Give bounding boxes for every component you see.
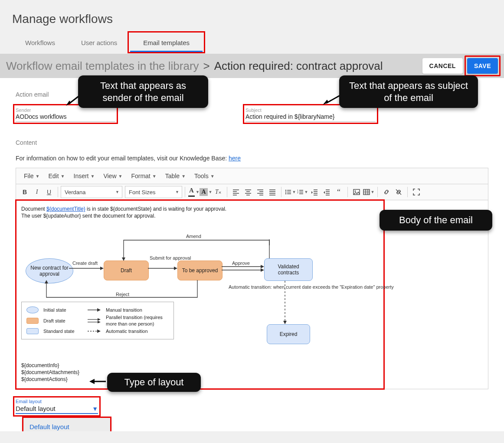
blockquote-button[interactable]: “ — [333, 186, 345, 198]
editor-menubar: File▼ Edit▼ Insert▼ View▼ Format▼ Table▼… — [16, 168, 488, 184]
legend-blue-rect-icon — [26, 328, 39, 334]
diagram-connector-icon — [122, 239, 269, 261]
sender-field[interactable]: Sender — [16, 107, 115, 122]
menu-file[interactable]: File▼ — [20, 171, 44, 181]
legend-solid-arrow-icon — [87, 308, 101, 312]
subject-input[interactable] — [245, 113, 376, 121]
chevron-down-icon: ▼ — [371, 190, 375, 194]
insert-link-button[interactable] — [380, 186, 393, 198]
diagram-legend: Initial state Manual transition Draft st… — [21, 302, 174, 339]
editor-body[interactable]: Body of the email Document ${documentTit… — [16, 200, 488, 389]
clear-formatting-button[interactable]: T× — [212, 186, 224, 198]
numbered-list-button[interactable]: 12▼ — [296, 186, 308, 198]
text-color-button[interactable]: A▼ — [188, 186, 200, 198]
chevron-down-icon: ▼ — [152, 174, 157, 179]
email-layout-select[interactable]: Default layout ▼ — [16, 404, 98, 414]
menu-format[interactable]: Format▼ — [127, 171, 160, 181]
breadcrumb-sep: > — [203, 59, 210, 73]
svg-marker-9 — [311, 191, 313, 194]
section-heading-content: Content — [16, 139, 488, 146]
sender-input[interactable] — [16, 113, 115, 121]
outdent-button[interactable] — [308, 186, 321, 198]
svg-point-6 — [285, 193, 286, 195]
align-left-button[interactable] — [230, 186, 242, 198]
email-layout-label: Email layout — [16, 399, 98, 404]
diagram-connector-icon — [45, 280, 199, 302]
chevron-down-icon: ▼ — [292, 190, 296, 194]
chevron-down-icon: ▼ — [118, 174, 123, 179]
diagram-node-draft: Draft — [104, 261, 149, 280]
save-button[interactable]: SAVE — [467, 58, 498, 74]
svg-marker-22 — [261, 265, 264, 268]
legend-ellipse-icon — [26, 306, 39, 313]
legend-manual-label: Manual transition — [106, 307, 169, 313]
italic-button[interactable]: I — [31, 186, 43, 198]
svg-marker-40 — [89, 379, 95, 384]
menu-tools-label: Tools — [194, 173, 209, 179]
svg-marker-30 — [283, 321, 287, 324]
text: Document — [21, 206, 46, 212]
menu-edit[interactable]: Edit▼ — [44, 171, 69, 181]
font-size-select[interactable]: Font Sizes ▼ — [125, 186, 182, 198]
callout-arrow-icon — [88, 378, 108, 385]
breadcrumb-root[interactable]: Workflow email templates in the library — [6, 59, 199, 73]
bullet-list-button[interactable]: ▼ — [284, 186, 296, 198]
legend-draft-state-label: Draft state — [43, 318, 82, 324]
callout-layout: Type of layout — [107, 373, 201, 392]
highlight-color-button[interactable]: A▼ — [200, 186, 212, 198]
chevron-down-icon: ▼ — [36, 174, 40, 179]
svg-marker-28 — [45, 280, 48, 283]
align-center-button[interactable] — [242, 186, 254, 198]
menu-table[interactable]: Table▼ — [161, 171, 190, 181]
subject-field[interactable]: Subject — [245, 107, 376, 122]
tabs: Workflows User actions Email templates — [0, 34, 504, 52]
align-justify-button[interactable] — [266, 186, 278, 198]
fullscreen-button[interactable] — [410, 186, 422, 198]
indent-button[interactable] — [321, 186, 333, 198]
svg-marker-10 — [324, 191, 325, 194]
rich-text-editor: File▼ Edit▼ Insert▼ View▼ Format▼ Table▼… — [16, 168, 488, 389]
layout-option-default[interactable]: Default layout — [23, 418, 110, 431]
diagram-connector-icon — [69, 268, 104, 269]
svg-point-5 — [285, 192, 286, 193]
cancel-button[interactable]: CANCEL — [422, 58, 463, 74]
menu-tools[interactable]: Tools▼ — [190, 171, 219, 181]
diagram-connector-icon — [284, 281, 286, 324]
tab-workflows[interactable]: Workflows — [12, 34, 68, 52]
svg-text:2: 2 — [297, 191, 298, 194]
callout-subject: Text that appears as subject of the emai… — [339, 75, 478, 108]
help-link[interactable]: here — [229, 155, 241, 162]
text: is in state ${documentState} and is wait… — [85, 206, 227, 212]
remove-link-button[interactable] — [393, 186, 405, 198]
help-text: For information on how to edit your emai… — [16, 155, 488, 162]
sender-label: Sender — [16, 107, 115, 113]
var-document-info: ${documentInfo} — [21, 362, 483, 369]
bold-button[interactable]: B — [19, 186, 31, 198]
svg-point-12 — [355, 191, 356, 192]
menu-edit-label: Edit — [48, 173, 59, 179]
menu-insert-label: Insert — [74, 173, 89, 179]
font-size-value: Font Sizes — [129, 189, 155, 195]
menu-insert[interactable]: Insert▼ — [69, 171, 99, 181]
menu-table-label: Table — [165, 173, 180, 179]
email-layout-field: Email layout Default layout ▼ Default la… — [16, 399, 98, 414]
email-layout-dropdown: Default layout No layout — [23, 418, 110, 431]
font-family-select[interactable]: Verdana ▼ — [61, 186, 122, 198]
align-right-button[interactable] — [254, 186, 266, 198]
svg-marker-20 — [174, 267, 177, 270]
chevron-down-icon: ▼ — [196, 190, 200, 194]
insert-table-button[interactable]: ▼ — [363, 186, 375, 198]
chevron-down-icon: ▼ — [115, 190, 119, 194]
svg-marker-1 — [66, 101, 71, 106]
menu-view[interactable]: View▼ — [99, 171, 127, 181]
document-title-placeholder-link[interactable]: ${documentTitle} — [46, 206, 85, 212]
underline-button[interactable]: U — [43, 186, 55, 198]
tab-email-templates[interactable]: Email templates — [130, 34, 203, 52]
insert-image-button[interactable] — [350, 186, 363, 198]
tab-user-actions[interactable]: User actions — [68, 34, 130, 52]
workflow-diagram: New contract for approval Draft To be ap… — [21, 224, 483, 336]
tab-email-templates-label: Email templates — [143, 39, 190, 46]
chevron-down-icon: ▼ — [92, 405, 98, 412]
diagram-connector-icon — [222, 265, 264, 271]
chevron-down-icon: ▼ — [175, 190, 179, 194]
